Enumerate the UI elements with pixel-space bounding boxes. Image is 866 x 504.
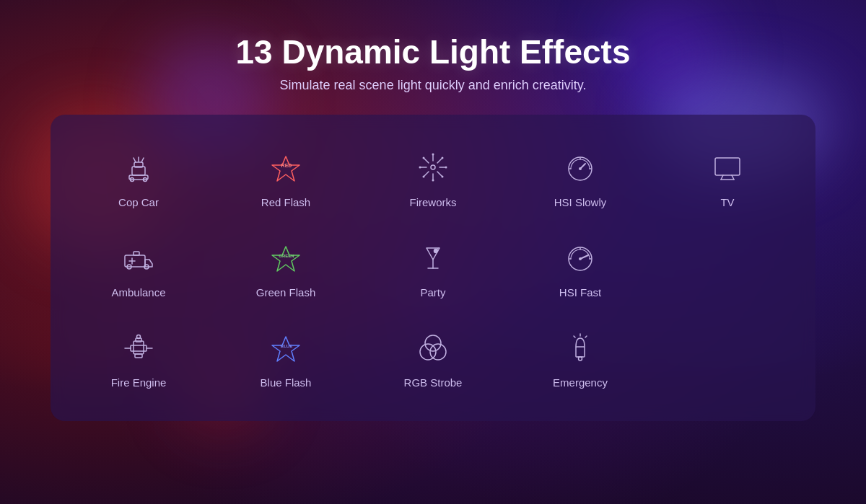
party-label: Party [420, 286, 445, 299]
green-flash-icon: GREEN [266, 237, 306, 278]
svg-point-23 [423, 157, 425, 159]
svg-point-19 [432, 154, 434, 156]
fireworks-label: Fireworks [409, 196, 456, 208]
svg-point-65 [420, 344, 436, 360]
rgb-strobe-icon [413, 327, 453, 368]
svg-line-16 [437, 172, 442, 176]
svg-text:BLUE: BLUE [281, 344, 292, 348]
svg-rect-42 [134, 252, 139, 255]
cop-car-label: Cop Car [118, 196, 159, 208]
green-flash-label: Green Flash [256, 286, 316, 299]
svg-marker-43 [272, 247, 299, 271]
hsi-slowly-icon [560, 147, 600, 187]
item-tv[interactable]: TV [654, 136, 801, 219]
party-icon [413, 237, 453, 278]
fire-engine-icon [118, 327, 159, 368]
svg-text:RED: RED [281, 163, 292, 168]
rgb-strobe-label: RGB Strobe [404, 376, 463, 389]
svg-point-51 [579, 257, 582, 260]
svg-point-58 [137, 335, 141, 339]
svg-line-17 [437, 159, 442, 163]
item-rgb-strobe[interactable]: RGB Strobe [359, 317, 507, 399]
page-title: 13 Dynamic Light Effects [0, 32, 866, 72]
svg-rect-55 [134, 341, 144, 354]
svg-rect-0 [132, 167, 145, 175]
ambulance-icon [118, 237, 159, 278]
item-ambulance[interactable]: Ambulance [65, 226, 212, 309]
blue-flash-label: Blue Flash [261, 376, 312, 389]
svg-rect-67 [576, 347, 585, 357]
item-party[interactable]: Party [359, 226, 507, 309]
svg-line-35 [732, 175, 734, 180]
svg-point-69 [579, 357, 582, 361]
svg-line-15 [424, 159, 429, 163]
svg-line-34 [721, 175, 723, 180]
item-hsi-fast[interactable]: HSI Fast [507, 226, 654, 309]
svg-line-72 [574, 336, 575, 337]
item-fire-engine[interactable]: Fire Engine [65, 317, 212, 399]
svg-text:GREEN: GREEN [279, 254, 294, 258]
tv-icon [707, 147, 748, 187]
fire-engine-label: Fire Engine [111, 376, 167, 389]
svg-point-66 [430, 344, 446, 360]
effects-card: Cop Car RED Red Flash [51, 115, 815, 421]
svg-point-25 [442, 157, 444, 159]
ambulance-label: Ambulance [111, 286, 165, 299]
blue-flash-icon: BLUE [266, 327, 306, 368]
item-empty-2 [654, 317, 801, 399]
svg-rect-59 [135, 354, 142, 358]
svg-line-71 [585, 336, 587, 337]
header: 13 Dynamic Light Effects Simulate real s… [0, 0, 866, 107]
svg-marker-8 [272, 156, 299, 181]
svg-point-21 [419, 167, 421, 169]
red-flash-label: Red Flash [261, 196, 310, 208]
hsi-fast-label: HSI Fast [559, 286, 601, 299]
hsi-fast-icon [560, 237, 600, 278]
svg-point-20 [432, 180, 434, 182]
svg-line-5 [134, 158, 136, 162]
svg-rect-33 [715, 158, 740, 175]
svg-marker-62 [272, 337, 299, 361]
page-subtitle: Simulate real scene light quickly and en… [0, 78, 866, 93]
item-red-flash[interactable]: RED Red Flash [212, 136, 359, 219]
emergency-label: Emergency [553, 376, 608, 389]
item-hsi-slowly[interactable]: HSI Slowly [507, 136, 654, 219]
item-emergency[interactable]: Emergency [507, 317, 654, 399]
svg-point-29 [579, 167, 582, 170]
effects-grid: Cop Car RED Red Flash [65, 136, 801, 399]
item-cop-car[interactable]: Cop Car [65, 136, 212, 219]
hsi-slowly-label: HSI Slowly [554, 196, 607, 208]
item-empty-1 [654, 226, 801, 309]
svg-point-64 [425, 335, 441, 351]
svg-line-6 [141, 158, 144, 162]
fireworks-icon [413, 147, 453, 187]
item-blue-flash[interactable]: BLUE Blue Flash [212, 317, 359, 399]
svg-point-26 [423, 176, 425, 178]
red-flash-icon: RED [266, 147, 306, 187]
svg-line-18 [424, 172, 429, 176]
tv-label: TV [720, 196, 734, 208]
svg-point-10 [431, 165, 435, 169]
emergency-icon [560, 327, 600, 368]
cop-car-icon [118, 147, 159, 187]
svg-point-22 [445, 167, 447, 169]
item-fireworks[interactable]: Fireworks [359, 136, 507, 219]
item-green-flash[interactable]: GREEN Green Flash [212, 226, 359, 309]
svg-point-24 [442, 176, 444, 178]
